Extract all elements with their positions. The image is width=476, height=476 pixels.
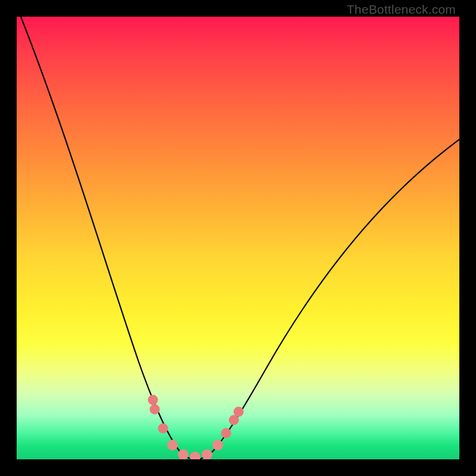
- curve-marker: [148, 395, 158, 405]
- curve-marker: [150, 405, 160, 415]
- curve-marker: [221, 428, 231, 439]
- curve-marker: [190, 452, 201, 459]
- chart-frame: TheBottleneck.com: [0, 0, 476, 476]
- chart-svg: [17, 17, 459, 459]
- marker-group: [148, 395, 244, 460]
- curve-marker: [158, 424, 168, 434]
- plot-area: [17, 17, 459, 459]
- curve-marker: [234, 407, 244, 417]
- curve-marker: [212, 440, 223, 450]
- curve-marker: [202, 449, 212, 459]
- watermark-text: TheBottleneck.com: [347, 2, 456, 17]
- bottleneck-curve: [17, 17, 459, 459]
- curve-marker: [167, 440, 178, 450]
